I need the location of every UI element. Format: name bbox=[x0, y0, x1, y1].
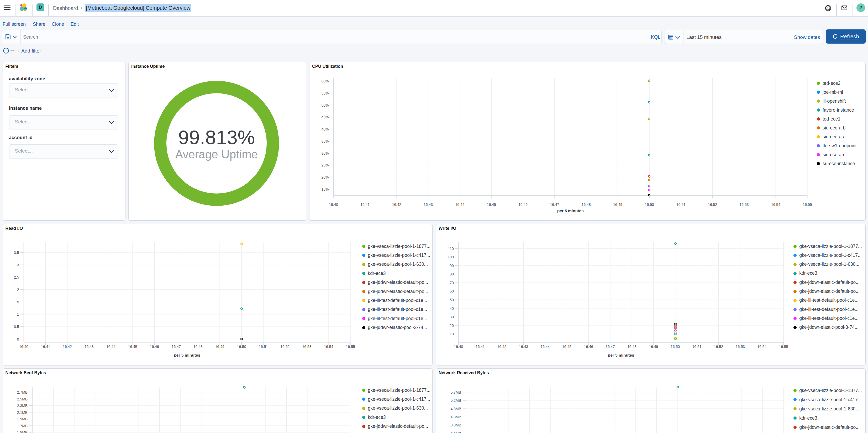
svg-text:16:51: 16:51 bbox=[676, 202, 686, 207]
svg-text:16:42: 16:42 bbox=[497, 344, 506, 348]
svg-text:16:47: 16:47 bbox=[172, 344, 181, 348]
svg-text:per 5 minutes: per 5 minutes bbox=[174, 353, 200, 357]
svg-text:110: 110 bbox=[448, 246, 454, 251]
svg-text:16:44: 16:44 bbox=[106, 344, 115, 348]
svg-text:99.813%: 99.813% bbox=[178, 126, 255, 148]
svg-text:90: 90 bbox=[450, 263, 454, 267]
svg-text:16:41: 16:41 bbox=[41, 344, 50, 348]
svg-text:2: 2 bbox=[17, 288, 19, 292]
svg-text:4.8MB: 4.8MB bbox=[451, 406, 461, 411]
svg-text:16:45: 16:45 bbox=[128, 344, 137, 348]
svg-text:16:44: 16:44 bbox=[541, 344, 550, 348]
svg-text:1.9MB: 1.9MB bbox=[17, 417, 27, 421]
svg-text:16:48: 16:48 bbox=[627, 344, 637, 348]
svg-text:45%: 45% bbox=[321, 115, 329, 119]
svg-text:40%: 40% bbox=[321, 127, 329, 131]
svg-text:16:49: 16:49 bbox=[649, 344, 658, 348]
svg-text:0: 0 bbox=[17, 337, 19, 341]
svg-text:60: 60 bbox=[450, 289, 454, 293]
svg-text:16:42: 16:42 bbox=[62, 344, 72, 348]
svg-text:16:55: 16:55 bbox=[779, 344, 788, 348]
svg-text:16:40: 16:40 bbox=[454, 344, 463, 348]
svg-text:Average Uptime: Average Uptime bbox=[175, 148, 258, 161]
svg-text:5.2MB: 5.2MB bbox=[451, 398, 461, 403]
svg-text:60%: 60% bbox=[321, 79, 329, 83]
svg-text:16:50: 16:50 bbox=[671, 344, 680, 348]
svg-text:1.7MB: 1.7MB bbox=[17, 424, 27, 428]
svg-text:30%: 30% bbox=[321, 151, 329, 155]
svg-text:16:46: 16:46 bbox=[584, 344, 593, 348]
svg-text:16:46: 16:46 bbox=[518, 202, 528, 207]
svg-text:16:45: 16:45 bbox=[562, 344, 571, 348]
svg-text:16:40: 16:40 bbox=[329, 202, 338, 207]
svg-text:40: 40 bbox=[450, 306, 454, 310]
svg-text:20%: 20% bbox=[321, 175, 329, 179]
svg-text:16:46: 16:46 bbox=[150, 344, 159, 348]
svg-text:16:49: 16:49 bbox=[613, 202, 622, 207]
svg-text:16:40: 16:40 bbox=[19, 344, 28, 348]
svg-text:16:53: 16:53 bbox=[302, 344, 311, 348]
svg-text:20: 20 bbox=[450, 323, 454, 327]
svg-text:16:53: 16:53 bbox=[739, 202, 749, 207]
svg-text:2.3MB: 2.3MB bbox=[17, 404, 27, 408]
svg-text:3.8MB: 3.8MB bbox=[451, 423, 461, 427]
svg-text:16:43: 16:43 bbox=[84, 344, 93, 348]
svg-text:16:47: 16:47 bbox=[606, 344, 615, 348]
svg-text:16:45: 16:45 bbox=[487, 202, 496, 207]
svg-text:16:48: 16:48 bbox=[193, 344, 203, 348]
svg-text:16:44: 16:44 bbox=[455, 202, 464, 207]
svg-text:16:43: 16:43 bbox=[424, 202, 433, 207]
svg-text:3: 3 bbox=[17, 263, 19, 267]
svg-text:16:43: 16:43 bbox=[519, 344, 528, 348]
svg-text:16:54: 16:54 bbox=[757, 344, 767, 348]
svg-text:16:49: 16:49 bbox=[215, 344, 224, 348]
svg-text:16:48: 16:48 bbox=[582, 202, 591, 207]
svg-text:15%: 15% bbox=[321, 187, 329, 192]
svg-text:70: 70 bbox=[450, 281, 454, 285]
svg-text:16:52: 16:52 bbox=[280, 344, 289, 348]
svg-text:16:42: 16:42 bbox=[392, 202, 401, 207]
svg-text:1.5MB: 1.5MB bbox=[17, 430, 27, 433]
svg-text:3.3MB: 3.3MB bbox=[451, 431, 461, 433]
svg-text:per 5 minutes: per 5 minutes bbox=[608, 353, 634, 357]
svg-text:16:47: 16:47 bbox=[550, 202, 559, 207]
svg-text:16:41: 16:41 bbox=[361, 202, 370, 207]
svg-text:16:41: 16:41 bbox=[475, 344, 485, 348]
svg-text:2.5: 2.5 bbox=[14, 275, 19, 279]
svg-text:4.3MB: 4.3MB bbox=[451, 415, 461, 419]
svg-text:16:50: 16:50 bbox=[237, 344, 246, 348]
svg-text:16:53: 16:53 bbox=[736, 344, 745, 348]
svg-text:1.5: 1.5 bbox=[14, 300, 19, 304]
svg-text:5.7MB: 5.7MB bbox=[451, 390, 461, 395]
svg-text:16:52: 16:52 bbox=[708, 202, 717, 207]
svg-text:16:51: 16:51 bbox=[692, 344, 702, 348]
svg-text:80: 80 bbox=[450, 272, 454, 276]
svg-text:25%: 25% bbox=[321, 163, 329, 167]
svg-text:55%: 55% bbox=[321, 91, 329, 95]
svg-text:2.1MB: 2.1MB bbox=[17, 410, 27, 414]
svg-text:16:55: 16:55 bbox=[346, 344, 355, 348]
svg-text:0.5: 0.5 bbox=[14, 324, 19, 329]
svg-text:3.5: 3.5 bbox=[14, 250, 19, 255]
svg-text:16:55: 16:55 bbox=[803, 202, 812, 207]
svg-text:50%: 50% bbox=[321, 103, 329, 107]
svg-text:16:54: 16:54 bbox=[771, 202, 780, 207]
svg-text:50: 50 bbox=[450, 297, 454, 302]
svg-text:16:54: 16:54 bbox=[324, 344, 333, 348]
svg-text:10: 10 bbox=[450, 332, 454, 336]
svg-text:16:50: 16:50 bbox=[645, 202, 654, 207]
svg-text:16:51: 16:51 bbox=[258, 344, 268, 348]
svg-text:2.5MB: 2.5MB bbox=[17, 397, 27, 401]
svg-text:2.7MB: 2.7MB bbox=[17, 390, 27, 395]
svg-text:100: 100 bbox=[447, 255, 454, 259]
svg-text:1: 1 bbox=[17, 312, 19, 316]
svg-text:16:52: 16:52 bbox=[714, 344, 723, 348]
svg-text:35%: 35% bbox=[321, 139, 329, 143]
svg-text:30: 30 bbox=[450, 315, 454, 319]
svg-text:per 5 minutes: per 5 minutes bbox=[557, 208, 584, 213]
